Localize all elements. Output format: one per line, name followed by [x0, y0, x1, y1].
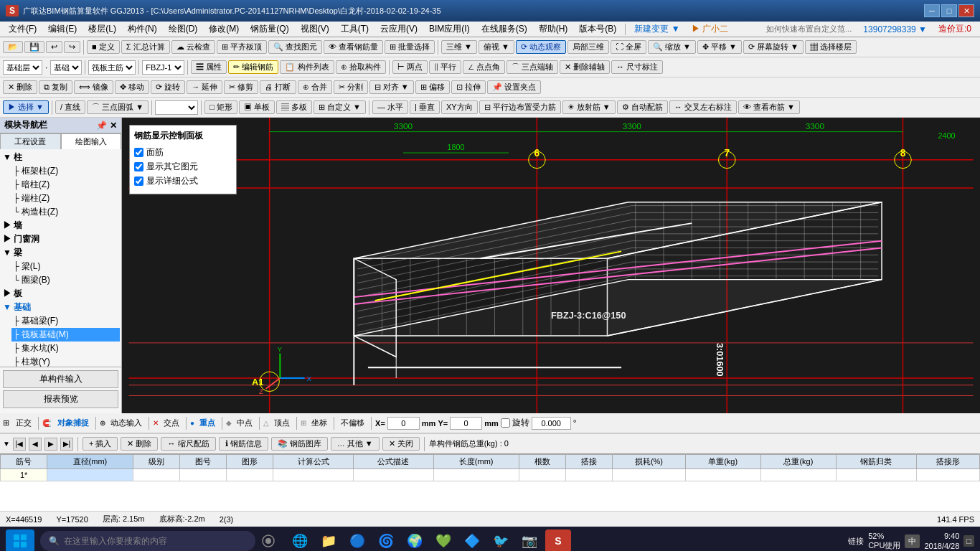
show-formula-checkbox[interactable] — [134, 176, 143, 186]
menu-floor[interactable]: 楼层(L) — [83, 22, 122, 37]
tb-3d[interactable]: 三维 ▼ — [441, 40, 477, 54]
snap-midpoint-btn[interactable]: 重点 — [197, 417, 218, 429]
tree-end-column[interactable]: ├ 端柱(Z) — [11, 192, 120, 205]
menu-quick-custom[interactable]: 如何快速布置自定义范... — [760, 22, 857, 36]
report-preview-btn[interactable]: 报表预览 — [3, 390, 118, 408]
face-rebar-checkbox[interactable] — [134, 148, 143, 157]
menu-help[interactable]: 帮助(H) — [533, 22, 574, 37]
tb-rect[interactable]: □ 矩形 — [204, 100, 237, 114]
menu-guangxiaoer[interactable]: ▶ 广小二 — [686, 22, 734, 37]
menu-modify[interactable]: 修改(M) — [203, 22, 245, 37]
expand-icon[interactable]: ▼ — [3, 440, 10, 448]
tb-move[interactable]: ✥ 移动 — [115, 80, 149, 94]
tb-dynamic-view[interactable]: ⟳ 动态观察 — [516, 40, 566, 54]
menu-phone[interactable]: 13907298339 ▼ — [857, 23, 933, 36]
tb-radial[interactable]: ☀ 放射筋 ▼ — [562, 100, 616, 114]
sidebar-close[interactable]: ✕ — [110, 121, 117, 131]
tb-vertical[interactable]: | 垂直 — [410, 100, 440, 114]
tb-topview[interactable]: 俯视 ▼ — [479, 40, 514, 54]
tb-batch-select[interactable]: ⊞ 批量选择 — [385, 40, 435, 54]
tb-three-point[interactable]: ⌒ 三点端轴 — [507, 60, 558, 74]
layer-type-select[interactable]: 基础 — [50, 60, 82, 75]
tb-arc[interactable]: ⌒ 三点圆弧 ▼ — [87, 100, 149, 114]
snap-dynamic[interactable]: 动态输入 — [108, 417, 145, 429]
other-btn[interactable]: … 其他 ▼ — [331, 437, 380, 451]
line-style-select[interactable] — [155, 100, 198, 115]
rebar-type-select[interactable]: 筏板主筋 — [88, 60, 136, 75]
tree-group-column[interactable]: ▼ 柱 — [1, 151, 120, 164]
tb-align[interactable]: ⊟ 对齐 ▼ — [369, 80, 414, 94]
tb-open[interactable]: 📂 — [3, 41, 23, 53]
tb-zoom[interactable]: 🔍 缩放 ▼ — [648, 40, 696, 54]
menu-online[interactable]: 在线服务(S) — [476, 22, 533, 37]
tb-partial-3d[interactable]: 局部三维 — [567, 40, 609, 54]
tb-pull[interactable]: ⊡ 拉伸 — [451, 80, 486, 94]
menu-version[interactable]: 版本号(B) — [573, 22, 622, 37]
tree-group-door[interactable]: ▶ 门窗洞 — [1, 232, 120, 246]
menu-tools[interactable]: 工具(T) — [335, 22, 374, 37]
menu-price[interactable]: 造价豆:0 — [933, 22, 977, 37]
tb-two-point[interactable]: ⊢ 两点 — [392, 60, 428, 74]
tb-parallel-edge[interactable]: ⊟ 平行边布置受力筋 — [479, 100, 561, 114]
tb-line[interactable]: / 直线 — [55, 100, 85, 114]
tab-draw-input[interactable]: 绘图输入 — [61, 133, 122, 149]
tb-find-element[interactable]: 🔍 查找图元 — [268, 40, 322, 54]
tb-mirror[interactable]: ⟺ 镜像 — [74, 80, 113, 94]
menu-cloud[interactable]: 云应用(V) — [374, 22, 423, 37]
tb-pick-element[interactable]: ⊕ 拾取构件 — [336, 60, 386, 74]
tree-group-wall[interactable]: ▶ 墙 — [1, 219, 120, 232]
tree-dark-column[interactable]: ├ 暗柱(Z) — [11, 178, 120, 192]
tb-merge[interactable]: ⊕ 合并 — [298, 80, 332, 94]
tb-print[interactable]: 🖨 打断 — [260, 80, 296, 94]
tb-del-axis[interactable]: ✕ 删除辅轴 — [560, 60, 610, 74]
element-select[interactable]: FBZJ-1 — [142, 60, 184, 75]
taskbar-edge2[interactable]: 🌀 — [373, 529, 399, 551]
panel-option-show-formula[interactable]: 显示详细公式 — [134, 175, 232, 187]
tb-dim-mark[interactable]: ↔ 尺寸标注 — [611, 60, 663, 74]
scale-rebar-btn[interactable]: ↔ 缩尺配筋 — [161, 437, 215, 451]
tb-view-rebar[interactable]: 👁 查看钢筋量 — [324, 40, 383, 54]
nav-last[interactable]: ▶| — [60, 438, 73, 451]
close-edit-btn[interactable]: ✕ 关闭 — [382, 437, 420, 451]
tb-fullscreen[interactable]: ⛶ 全屏 — [611, 40, 646, 54]
tb-define[interactable]: ■ 定义 — [87, 40, 120, 54]
table-row[interactable]: 1* — [1, 469, 980, 481]
tree-frame-column[interactable]: ├ 框架柱(Z) — [11, 164, 120, 178]
sidebar-pin[interactable]: 📌 — [96, 121, 107, 131]
close-button[interactable]: ✕ — [958, 4, 974, 17]
rebar-lib-btn[interactable]: 📚 钢筋图库 — [271, 437, 328, 451]
tree-struct-column[interactable]: └ 构造柱(Z) — [11, 205, 120, 219]
maximize-button[interactable]: □ — [941, 4, 957, 17]
tb-set-fixture[interactable]: 📌 设置夹点 — [487, 80, 541, 94]
ortho-mode[interactable]: 正交 — [13, 417, 34, 429]
show-others-checkbox[interactable] — [134, 162, 143, 171]
tab-project-settings[interactable]: 工程设置 — [0, 133, 61, 149]
tb-multi-slab[interactable]: ▤ 多板 — [276, 100, 312, 114]
panel-option-show-others[interactable]: 显示其它图元 — [134, 161, 232, 173]
menu-draw[interactable]: 绘图(D) — [163, 22, 204, 37]
nav-first[interactable]: |◀ — [13, 438, 26, 451]
tb-pan[interactable]: ✥ 平移 ▼ — [697, 40, 742, 54]
tb-select[interactable]: ▶ 选择 ▼ — [3, 100, 49, 114]
snap-intersection[interactable]: 交点 — [161, 417, 182, 429]
menu-quantity[interactable]: 钢筋量(Q) — [245, 22, 294, 37]
y-input[interactable] — [450, 417, 482, 430]
tb-copy[interactable]: ⧉ 复制 — [39, 80, 72, 94]
tb-rotate[interactable]: ⟳ 旋转 — [151, 80, 185, 94]
base-layer-select[interactable]: 基础层 — [3, 60, 42, 75]
menu-file[interactable]: 文件(F) — [3, 22, 42, 37]
tb-offset[interactable]: ⊞ 偏移 — [415, 80, 450, 94]
tb-redo[interactable]: ↪ — [64, 41, 80, 53]
cell-diameter[interactable] — [47, 469, 133, 481]
tb-cloud-check[interactable]: ☁ 云检查 — [171, 40, 215, 54]
menu-newchange[interactable]: 新建变更 ▼ — [628, 22, 685, 37]
tree-ring-beam[interactable]: └ 圈梁(B) — [11, 273, 120, 287]
menu-edit[interactable]: 编辑(E) — [42, 22, 83, 37]
delete-btn[interactable]: ✕ 删除 — [121, 437, 158, 451]
taskbar-cortana[interactable] — [255, 529, 281, 551]
nav-prev[interactable]: ◀ — [29, 438, 42, 451]
taskbar-app4[interactable]: 📷 — [517, 529, 542, 551]
tb-screen-rotate[interactable]: ⟳ 屏幕旋转 ▼ — [743, 40, 804, 54]
taskbar-app3[interactable]: 🐦 — [488, 529, 514, 551]
tb-element-list[interactable]: 📋 构件列表 — [280, 60, 334, 74]
